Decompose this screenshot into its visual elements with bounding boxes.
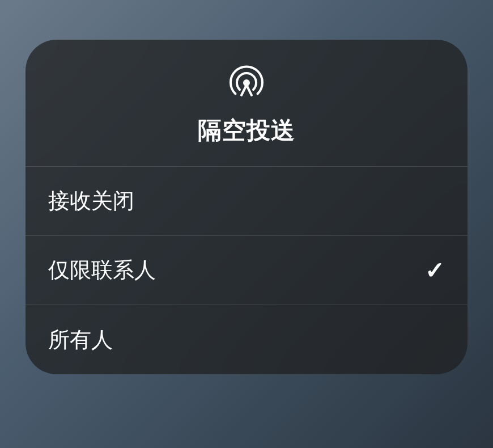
panel-header: 隔空投送 [26, 40, 468, 167]
airdrop-settings-panel: 隔空投送 接收关闭 ✓ 仅限联系人 ✓ 所有人 ✓ [26, 40, 468, 374]
option-everyone[interactable]: 所有人 ✓ [26, 305, 468, 374]
option-label: 所有人 [48, 326, 113, 354]
option-contacts-only[interactable]: 仅限联系人 ✓ [26, 236, 468, 305]
option-label: 接收关闭 [48, 187, 134, 215]
checkmark-icon: ✓ [425, 256, 445, 284]
option-label: 仅限联系人 [48, 256, 156, 285]
panel-title: 隔空投送 [26, 115, 468, 146]
airdrop-icon [26, 62, 468, 103]
option-receiving-off[interactable]: 接收关闭 ✓ [26, 167, 468, 236]
